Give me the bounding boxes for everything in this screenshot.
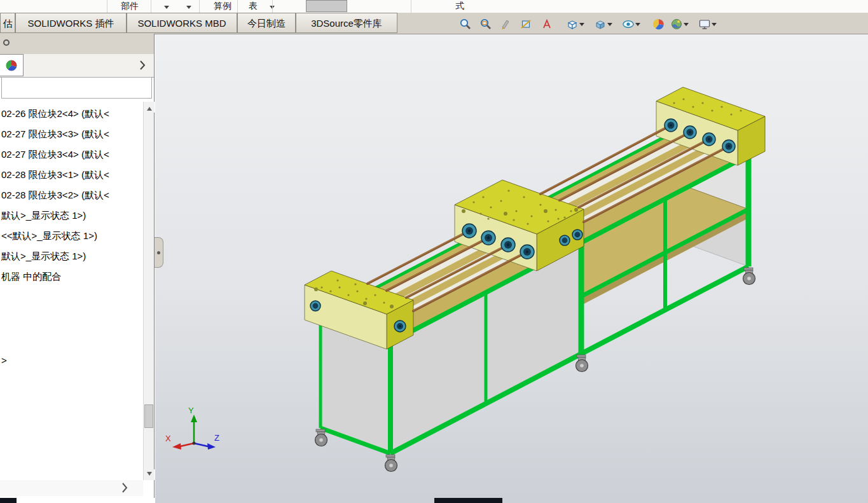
- view-settings-icon[interactable]: [697, 16, 717, 33]
- zoom-to-area-icon[interactable]: [476, 16, 496, 33]
- triad-z-label: Z: [214, 433, 219, 443]
- edit-appearance-icon[interactable]: [649, 16, 669, 33]
- tab-solidworks-mbd[interactable]: SOLIDWORKS MBD: [127, 13, 237, 33]
- tree-item[interactable]: 默认>_显示状态 1>): [1, 206, 86, 225]
- hide-show-items-icon[interactable]: [621, 16, 641, 33]
- tree-item[interactable]: 02-26 限位块2<4> (默认<: [1, 104, 109, 123]
- scroll-up-icon[interactable]: [144, 102, 155, 113]
- taskbar-fragment: [434, 498, 502, 503]
- ribbon-strip: 部件 算例 表 式: [0, 0, 868, 13]
- scroll-down-icon[interactable]: [144, 469, 155, 480]
- ribbon-partial-label[interactable]: 算例: [214, 1, 231, 12]
- dropdown-caret-icon[interactable]: [186, 6, 191, 11]
- ribbon-separator: [107, 0, 107, 13]
- ribbon-separator: [237, 0, 238, 13]
- view-orientation-icon[interactable]: [565, 16, 585, 33]
- ribbon-separator: [199, 0, 200, 13]
- ribbon-separator: [151, 0, 151, 13]
- feature-tree: 02-26 限位块2<4> (默认< 02-27 限位块3<3> (默认< 02…: [0, 102, 143, 480]
- tab-configuration-manager[interactable]: [0, 54, 24, 76]
- zoom-to-fit-icon[interactable]: [455, 16, 476, 33]
- tree-item[interactable]: 02-27 限位块3<4> (默认<: [1, 145, 109, 164]
- dropdown-caret-icon[interactable]: [607, 23, 612, 29]
- ribbon-partial-label[interactable]: 表: [249, 1, 258, 12]
- heads-up-view-toolbar: [455, 15, 717, 34]
- manager-tab-row: [0, 54, 154, 78]
- tree-item[interactable]: >: [1, 351, 7, 370]
- previous-view-icon[interactable]: [496, 16, 516, 33]
- tab-evaluate[interactable]: 估: [0, 13, 15, 33]
- dropdown-caret-icon[interactable]: [164, 6, 169, 11]
- tree-item[interactable]: 机器 中的配合: [1, 267, 61, 286]
- tab-3dsource-library[interactable]: 3DSource零件库: [296, 13, 397, 33]
- scrollbar-thumb[interactable]: [144, 404, 153, 428]
- model-view[interactable]: Y X Z: [155, 34, 868, 503]
- panel-flyout-arrow-icon[interactable]: [139, 60, 146, 73]
- apply-scene-icon[interactable]: [669, 16, 689, 33]
- taskbar-fragment: [0, 498, 17, 503]
- panel-header: [0, 34, 154, 55]
- annotation-view-icon[interactable]: [537, 16, 557, 33]
- pin-icon[interactable]: [3, 39, 10, 46]
- ribbon-button-pressed[interactable]: [306, 0, 347, 12]
- tree-horizontal-scrollbar[interactable]: [0, 480, 143, 496]
- panel-splitter-handle[interactable]: [155, 237, 163, 268]
- scroll-right-icon[interactable]: [121, 481, 128, 494]
- tree-vertical-scrollbar[interactable]: [143, 102, 154, 480]
- ribbon-separator: [272, 0, 273, 13]
- display-style-icon[interactable]: [593, 16, 613, 33]
- tree-item[interactable]: 默认>_显示状态 1>): [1, 247, 86, 266]
- ribbon-tab-bar: 估 SOLIDWORKS 插件 SOLIDWORKS MBD 今日制造 3DSo…: [0, 13, 868, 34]
- triad-y-label: Y: [188, 406, 194, 415]
- tree-item[interactable]: <<默认>_显示状态 1>): [1, 226, 97, 245]
- ribbon-partial-label[interactable]: 式: [455, 1, 464, 12]
- tree-item[interactable]: 02-28 限位块3<2> (默认<: [1, 186, 109, 205]
- tree-item[interactable]: 02-27 限位块3<3> (默认<: [1, 125, 109, 144]
- dropdown-caret-icon[interactable]: [712, 23, 717, 29]
- section-view-icon[interactable]: [516, 16, 537, 33]
- tree-item[interactable]: 02-28 限位块3<1> (默认<: [1, 165, 109, 184]
- dropdown-caret-icon[interactable]: [635, 23, 640, 29]
- feature-manager-panel: 02-26 限位块2<4> (默认< 02-27 限位块3<3> (默认< 02…: [0, 34, 155, 498]
- dropdown-caret-icon[interactable]: [684, 23, 689, 29]
- ribbon-partial-label[interactable]: 部件: [121, 1, 139, 12]
- orientation-triad: Y X Z: [165, 406, 219, 450]
- tab-solidworks-addins[interactable]: SOLIDWORKS 插件: [15, 13, 127, 33]
- triad-x-label: X: [165, 434, 171, 443]
- tree-filter-box[interactable]: [1, 77, 152, 99]
- tab-today-manufacture[interactable]: 今日制造: [237, 13, 296, 33]
- ribbon-separator: [411, 0, 411, 13]
- dropdown-caret-icon[interactable]: [579, 23, 584, 29]
- graphics-viewport[interactable]: Y X Z: [155, 34, 868, 503]
- color-pie-icon: [5, 59, 18, 72]
